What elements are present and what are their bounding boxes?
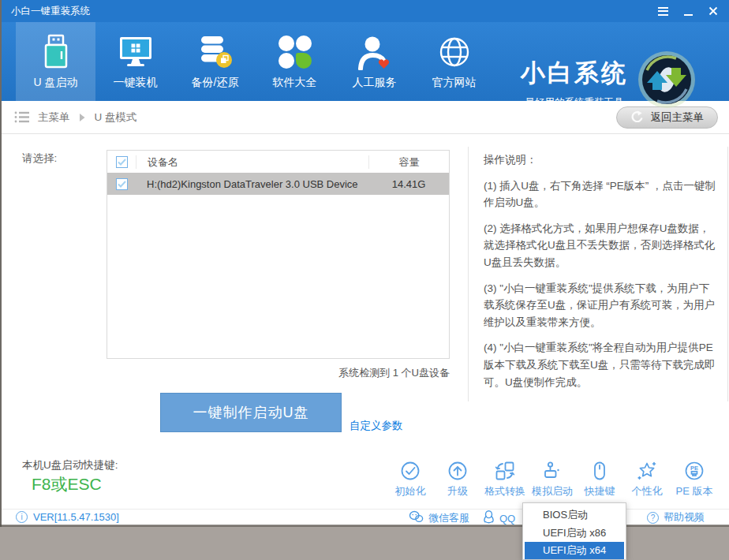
main-nav: U 盘启动 一键装机	[0, 22, 729, 101]
format-convert-icon	[495, 460, 515, 482]
software-clover-icon	[279, 32, 312, 72]
help-video-link[interactable]: ? 帮助视频	[647, 510, 705, 525]
usb-drive-icon	[39, 32, 73, 72]
device-name: H:(hd2)Kingston DataTraveler 3.0 USB Dev…	[136, 178, 368, 190]
device-table: 设备名 容量 H:(hd2)Kingston DataTraveler 3.0 …	[107, 150, 450, 359]
titlebar: 小白一键重装系统	[0, 0, 729, 22]
breadcrumb-root[interactable]: 主菜单	[38, 110, 70, 125]
tool-format-convert[interactable]: 格式转换	[481, 460, 529, 498]
detect-status-text: 系统检测到 1 个U盘设备	[338, 366, 450, 380]
breadcrumb-current: U 盘模式	[95, 110, 137, 125]
nav-item-backup-restore[interactable]: 备份/还原	[175, 22, 255, 101]
upgrade-arrow-icon	[447, 460, 468, 482]
nav-label: 一键装机	[114, 76, 158, 90]
window-left-edge	[0, 0, 2, 527]
mouse-icon	[589, 460, 610, 482]
back-button-label: 返回主菜单	[651, 110, 705, 125]
table-row-usb-device[interactable]: H:(hd2)Kingston DataTraveler 3.0 USB Dev…	[107, 173, 449, 195]
instruction-step: (3) "小白一键重装系统"提供系统下载，为用户下载系统保存至U盘，保证用户有系…	[484, 280, 716, 331]
nav-label: 官方网站	[432, 76, 477, 90]
info-icon: i	[16, 511, 28, 523]
star-icon	[637, 460, 657, 482]
nav-item-software[interactable]: 软件大全	[255, 22, 335, 101]
instructions-panel: 操作说明： (1) 插入U盘，右下角选择 “PE版本” ，点击一键制作启动U盘。…	[468, 147, 728, 401]
version-text: VER[11.5.47.1530]	[33, 511, 119, 523]
column-header-device-name: 设备名	[136, 155, 368, 169]
tool-pe-version[interactable]: PE PE 版本	[671, 460, 718, 498]
device-capacity: 14.41G	[368, 178, 449, 190]
close-icon[interactable]	[707, 5, 720, 17]
instruction-step: (1) 插入U盘，右下角选择 “PE版本” ，点击一键制作启动U盘。	[484, 177, 716, 211]
instruction-step: (2) 选择格式化方式，如果用户想保存U盘数据，就选择格式化U盘且不丢失数据，否…	[484, 220, 716, 271]
nav-label: 软件大全	[273, 76, 317, 90]
tool-initialize[interactable]: 初始化	[387, 460, 434, 498]
brand-slogan: 最好用的系统重装工具	[510, 96, 639, 110]
check-circle-icon	[400, 460, 421, 482]
question-icon: ?	[647, 512, 659, 524]
menu-icon[interactable]	[656, 5, 669, 17]
instructions-title: 操作说明：	[484, 151, 716, 169]
brand-logo-icon	[637, 50, 696, 109]
nav-item-service[interactable]: 人工服务	[335, 22, 414, 101]
menu-item-uefi-x64[interactable]: UEFI启动 x64	[525, 542, 624, 559]
tool-hotkeys[interactable]: 快捷键	[576, 460, 623, 498]
tool-simulate-boot[interactable]: 模拟启动	[529, 460, 576, 498]
back-to-main-menu-button[interactable]: 返回主菜单	[616, 106, 719, 129]
custom-params-link[interactable]: 自定义参数	[350, 419, 403, 433]
version-info: i VER[11.5.47.1530]	[16, 511, 119, 523]
boot-mode-menu: BIOS启动 UEFI启动 x86 UEFI启动 x64	[522, 502, 626, 560]
nav-label: 人工服务	[353, 76, 397, 90]
device-table-header: 设备名 容量	[107, 151, 449, 173]
nav-item-usb-boot[interactable]: U 盘启动	[16, 22, 95, 101]
brand-name: 小白系统	[510, 57, 639, 90]
window-controls	[656, 0, 720, 22]
back-arrow-icon	[630, 110, 644, 125]
column-header-capacity: 容量	[368, 155, 449, 169]
instruction-step: (4) "小白一键重装系统"将全程自动为用户提供PE版本下载及系统下载至U盘，只…	[484, 339, 716, 390]
list-icon	[14, 110, 30, 124]
qq-label: QQ	[499, 513, 515, 525]
menu-item-uefi-x86[interactable]: UEFI启动 x86	[523, 524, 626, 542]
app-window: 小白一键重装系统 U 盘启动	[0, 0, 729, 560]
hotkey-label: 本机U盘启动快捷键:	[22, 458, 118, 472]
qq-support-link[interactable]: QQ	[483, 510, 515, 526]
customer-service-icon	[357, 32, 392, 72]
tool-personalize[interactable]: 个性化	[623, 460, 671, 498]
select-all-checkbox[interactable]	[116, 156, 128, 168]
tool-upgrade[interactable]: 升级	[434, 460, 481, 498]
wechat-icon	[409, 510, 424, 525]
select-prompt: 请选择:	[22, 151, 57, 166]
wechat-label: 微信客服	[428, 511, 469, 525]
hotkey-value: F8或ESC	[32, 473, 102, 495]
window-title: 小白一键重装系统	[11, 5, 90, 18]
nav-label: U 盘启动	[34, 76, 78, 90]
backup-restore-icon	[197, 32, 234, 72]
globe-icon	[436, 32, 473, 72]
pe-version-icon: PE	[684, 460, 705, 482]
nav-item-one-key-install[interactable]: 一键装机	[95, 22, 175, 101]
wechat-support-link[interactable]: 微信客服	[409, 510, 469, 525]
joystick-icon	[542, 460, 563, 482]
make-boot-usb-button[interactable]: 一键制作启动U盘	[160, 393, 342, 432]
qq-penguin-icon	[483, 510, 495, 526]
menu-item-bios-boot[interactable]: BIOS启动	[523, 506, 626, 524]
monitor-icon	[117, 32, 155, 72]
nav-item-website[interactable]: 官方网站	[414, 22, 494, 101]
nav-label: 备份/还原	[192, 76, 239, 90]
chevron-right-icon	[80, 114, 85, 121]
utility-toolbar: 初始化 升级 格式转换	[387, 460, 718, 498]
help-label: 帮助视频	[664, 510, 705, 525]
minimize-icon[interactable]	[682, 5, 694, 17]
brand-block: 小白系统 最好用的系统重装工具	[510, 57, 639, 110]
svg-text:PE: PE	[690, 465, 698, 472]
row-checkbox[interactable]	[116, 178, 128, 190]
